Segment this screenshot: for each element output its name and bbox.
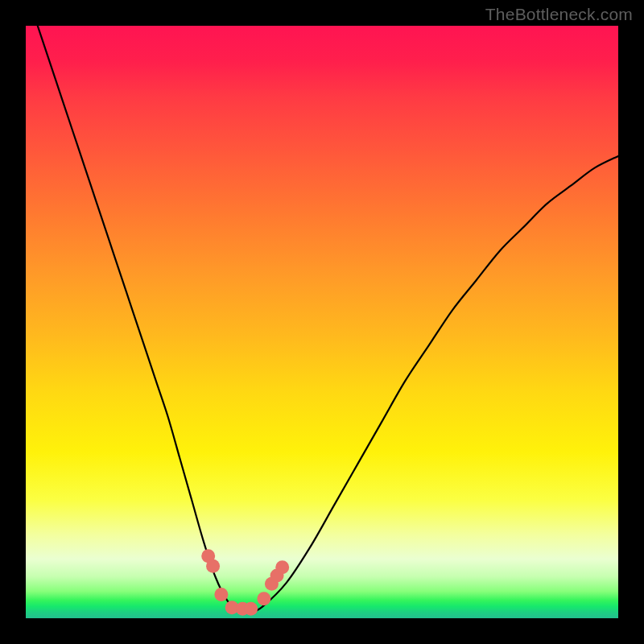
plot-area bbox=[26, 26, 618, 618]
chart-frame: TheBottleneck.com bbox=[0, 0, 644, 644]
curve-marker bbox=[275, 560, 289, 574]
curve-markers bbox=[201, 549, 289, 616]
curve-path bbox=[26, 0, 618, 613]
curve-path-group bbox=[26, 0, 618, 613]
bottleneck-curve bbox=[26, 26, 618, 618]
watermark-text: TheBottleneck.com bbox=[485, 5, 633, 24]
curve-marker bbox=[206, 559, 220, 573]
curve-marker bbox=[257, 592, 270, 605]
curve-marker bbox=[214, 588, 228, 601]
curve-marker bbox=[244, 602, 258, 616]
